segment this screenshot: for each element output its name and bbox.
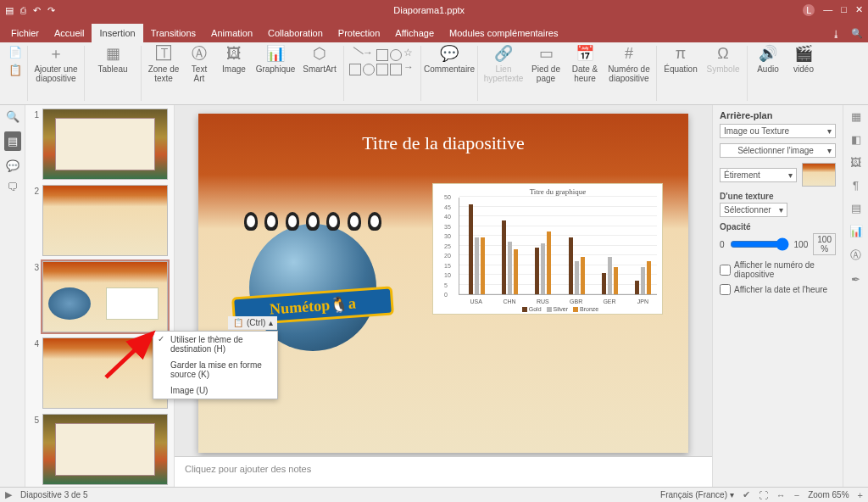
open-location-icon[interactable]: ⭳	[832, 29, 841, 39]
undo-icon[interactable]: ↶	[33, 5, 41, 16]
user-avatar-icon[interactable]: L	[803, 4, 815, 16]
shapes-gallery[interactable]	[344, 46, 421, 101]
save-icon[interactable]: ▤	[5, 5, 14, 16]
right-panel-background: Arrière-plan Image ou Texture ▾ Sélectio…	[712, 105, 843, 487]
paste-option-theme[interactable]: Utiliser le thème de destination (H)	[153, 332, 277, 357]
thumbnail-1[interactable]	[42, 109, 168, 180]
smartart-icon: ⬡	[313, 46, 326, 63]
slidenumber-button[interactable]: #Numéro de diapositive	[607, 46, 651, 83]
opacity-min: 0	[720, 240, 725, 249]
find-icon[interactable]: 🔍	[6, 110, 19, 123]
tab-insertion[interactable]: Insertion	[92, 24, 142, 42]
footer-button[interactable]: ▭Pied de page	[529, 46, 563, 83]
comment-icon: 💬	[440, 46, 459, 63]
paste-options-button[interactable]: 📋 (Ctrl) ▴	[228, 316, 277, 330]
shape-settings-icon[interactable]: ◧	[851, 133, 861, 146]
tab-modules[interactable]: Modules complémentaires	[442, 24, 565, 42]
tab-collaboration[interactable]: Collaboration	[260, 24, 331, 42]
symbol-icon: Ω	[717, 46, 728, 63]
copy-icon[interactable]: 📄	[8, 46, 22, 59]
textbox-button[interactable]: 🅃Zone de texte	[147, 46, 181, 83]
video-icon: 🎬	[794, 46, 813, 63]
table-settings-icon[interactable]: ▤	[851, 202, 861, 215]
opacity-slider[interactable]	[730, 237, 789, 251]
close-icon[interactable]: ✕	[855, 4, 863, 16]
zoom-out-icon[interactable]: −	[794, 490, 799, 500]
print-icon[interactable]: ⎙	[20, 5, 26, 16]
image-button[interactable]: 🖼Image	[218, 46, 250, 74]
thumbnail-3[interactable]	[42, 261, 168, 332]
calendar-icon: 📅	[576, 46, 594, 63]
slides-panel-icon[interactable]: ▤	[4, 131, 21, 151]
slide-canvas[interactable]: Titre de la diapositive Numétop🐧a Titre …	[198, 114, 688, 453]
add-slide-button[interactable]: ＋ Ajouter une diapositive	[33, 46, 79, 83]
thumbnail-5[interactable]	[42, 414, 168, 485]
paste-icon[interactable]: 📋	[8, 64, 22, 76]
thumbnail-2[interactable]	[42, 185, 168, 256]
show-datetime-checkbox[interactable]: Afficher la date et l'heure	[720, 284, 836, 295]
maximize-icon[interactable]: □	[841, 4, 847, 16]
opacity-value[interactable]: 100 %	[813, 233, 836, 255]
menu-bar: Fichier Accueil Insertion Transitions An…	[0, 20, 868, 42]
ribbon-insertion: 📄 📋 ＋ Ajouter une diapositive ▦Tableau 🅃…	[0, 42, 868, 105]
panel-heading: Arrière-plan	[720, 110, 836, 120]
textbox-icon: 🅃	[156, 46, 171, 63]
comments-panel-icon[interactable]: 💬	[6, 159, 19, 172]
status-bar: ▶ Diapositive 3 de 5 Français (France) ▾…	[0, 487, 868, 502]
paste-options-menu: 📋 (Ctrl) ▴ Utiliser le thème de destinat…	[153, 331, 278, 399]
spellcheck-icon[interactable]: ✔	[743, 489, 750, 500]
chart-settings-icon[interactable]: 📊	[849, 225, 863, 237]
smartart-button[interactable]: ⬡SmartArt	[301, 46, 338, 74]
tab-fichier[interactable]: Fichier	[3, 24, 47, 42]
thumbnail-4[interactable]	[42, 337, 168, 409]
language-indicator[interactable]: Français (France) ▾	[660, 490, 734, 499]
symbol-button: ΩSymbole	[704, 46, 742, 74]
slide-title-placeholder[interactable]: Titre de la diapositive	[198, 132, 688, 154]
textart-button[interactable]: ⒶText Art	[186, 46, 213, 83]
slideshow-icon[interactable]: ▶	[5, 489, 12, 500]
datetime-button[interactable]: 📅Date & heure	[568, 46, 602, 83]
table-button[interactable]: ▦Tableau	[90, 46, 136, 74]
select-image-button[interactable]: Sélectionner l'image ▾	[720, 143, 836, 158]
show-slide-number-checkbox[interactable]: Afficher le numéro de diapositive	[720, 260, 836, 279]
tab-animation[interactable]: Animation	[203, 24, 260, 42]
search-icon[interactable]: 🔍	[851, 28, 863, 39]
paste-option-keep-source[interactable]: Garder la mise en forme source (K)	[153, 357, 277, 382]
chart-button[interactable]: 📊Graphique	[255, 46, 296, 74]
signature-icon[interactable]: ✒	[851, 273, 860, 286]
minimize-icon[interactable]: —	[823, 4, 832, 16]
texture-label: D'une texture	[720, 192, 836, 201]
feedback-icon[interactable]: 🗨	[7, 181, 18, 193]
comment-button[interactable]: 💬Commentaire	[426, 46, 472, 74]
opacity-max: 100	[794, 240, 809, 249]
table-icon: ▦	[106, 46, 120, 63]
image-settings-icon[interactable]: 🖼	[850, 156, 861, 169]
fit-slide-icon[interactable]: ⛶	[759, 490, 768, 500]
paragraph-settings-icon[interactable]: ¶	[853, 179, 859, 192]
stretch-select[interactable]: Étirement ▾	[720, 168, 797, 182]
text-settings-icon[interactable]: Ⓐ	[850, 248, 861, 263]
footer-icon: ▭	[539, 46, 554, 63]
paste-option-image[interactable]: Image (U)	[153, 382, 277, 399]
slide-settings-icon[interactable]: ▦	[851, 110, 861, 123]
plus-icon: ＋	[48, 46, 64, 63]
slide-chart[interactable]: Titre du graphique 05101520253035404550U…	[432, 183, 663, 315]
fill-mode-select[interactable]: Image ou Texture ▾	[720, 124, 836, 138]
texture-select[interactable]: Sélectionner ▾	[720, 203, 787, 217]
tab-transitions[interactable]: Transitions	[143, 24, 203, 42]
redo-icon[interactable]: ↷	[47, 5, 55, 16]
video-button[interactable]: 🎬vidéo	[788, 46, 819, 74]
image-icon: 🖼	[226, 46, 242, 63]
document-title: Diaporama1.pptx	[55, 5, 803, 15]
right-toolbar: ▦ ◧ 🖼 ¶ ▤ 📊 Ⓐ ✒	[843, 105, 868, 487]
notes-pane[interactable]: Cliquez pour ajouter des notes	[175, 456, 712, 487]
chart-title: Titre du graphique	[459, 187, 657, 196]
zoom-in-icon[interactable]: +	[858, 490, 863, 500]
tab-protection[interactable]: Protection	[331, 24, 388, 42]
tab-affichage[interactable]: Affichage	[387, 24, 442, 42]
zoom-level[interactable]: Zoom 65%	[808, 490, 849, 499]
equation-button[interactable]: πÉquation	[662, 46, 699, 74]
tab-accueil[interactable]: Accueil	[47, 24, 92, 42]
audio-button[interactable]: 🔊Audio	[753, 46, 783, 74]
fit-width-icon[interactable]: ↔	[776, 490, 786, 500]
